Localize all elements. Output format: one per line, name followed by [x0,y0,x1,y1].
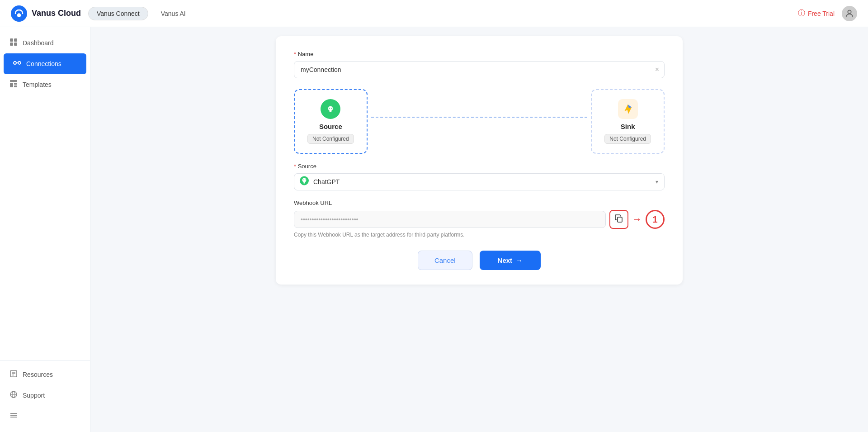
connector-row: Source Not Configured Sink Not C [294,89,665,154]
copy-button[interactable] [609,210,628,229]
vanus-ai-link[interactable]: Vanus AI [156,7,191,20]
source-not-configured-badge: Not Configured [307,134,354,144]
svg-rect-6 [14,43,17,46]
webhook-section: Webhook URL → 1 Copy this Webho [294,199,665,238]
sidebar-bottom: Resources Support [0,356,90,427]
source-box-icon [321,99,340,119]
free-trial-button[interactable]: ⓘ Free Trial [798,9,835,18]
sidebar-item-support[interactable]: Support [0,385,90,406]
hamburger-icon [9,411,18,421]
webhook-row: → 1 [294,210,665,229]
next-label: Next [498,256,513,264]
svg-point-7 [14,62,16,64]
sidebar-item-resources-label: Resources [23,371,53,378]
source-select[interactable]: ChatGPT [294,173,665,190]
svg-rect-13 [14,85,17,87]
layout: Dashboard Connections Templates Resource… [0,27,868,432]
name-input-wrap: × [294,61,665,78]
svg-rect-10 [10,80,17,82]
svg-rect-4 [14,38,17,42]
sink-box[interactable]: Sink Not Configured [591,89,665,154]
sidebar-item-connections[interactable]: Connections [4,53,86,74]
svg-point-8 [18,62,21,64]
svg-point-2 [848,10,851,13]
sidebar-item-resources[interactable]: Resources [0,364,90,385]
form-card: * Name × [276,36,683,285]
sidebar: Dashboard Connections Templates Resource… [0,27,90,432]
resources-icon [9,370,18,380]
svg-rect-30 [618,217,622,222]
user-avatar[interactable] [842,6,857,21]
logo-icon [11,5,27,22]
logo: Vanus Cloud [11,5,81,22]
main-content: * Name × [90,27,868,432]
sidebar-item-connections-label: Connections [26,60,61,67]
svg-point-26 [331,108,332,109]
svg-rect-5 [10,43,13,46]
source-box[interactable]: Source Not Configured [294,89,368,154]
sidebar-item-dashboard-label: Dashboard [23,39,54,47]
sink-box-label: Sink [604,123,651,130]
source-section: * Source ChatGPT ▾ [294,163,665,190]
name-section: * Name × [294,51,665,78]
vanus-connect-button[interactable]: Vanus Connect [88,7,148,20]
arrow-right-icon: → [632,214,642,225]
name-label: * Name [294,51,665,57]
svg-rect-3 [10,38,13,42]
next-button[interactable]: Next → [480,251,541,270]
user-icon [844,9,854,19]
top-navigation: Vanus Cloud Vanus Connect Vanus AI ⓘ Fre… [0,0,868,27]
sidebar-item-templates-label: Templates [23,81,52,88]
webhook-input[interactable] [294,211,606,228]
svg-rect-12 [14,83,17,85]
logo-text: Vanus Cloud [32,9,81,18]
svg-rect-11 [10,83,13,87]
step-1-circle: 1 [646,210,665,229]
source-box-label: Source [307,123,354,130]
sidebar-divider [0,360,90,361]
name-input[interactable] [294,61,665,78]
clear-input-icon[interactable]: × [655,66,659,74]
action-buttons: Cancel Next → [294,251,665,270]
sink-not-configured-badge: Not Configured [604,134,651,144]
sidebar-item-templates[interactable]: Templates [0,74,90,95]
sink-box-icon [618,99,638,119]
sidebar-item-menu[interactable] [0,406,90,427]
svg-point-25 [329,108,330,109]
info-icon: ⓘ [798,9,805,18]
source-select-wrap: ChatGPT ▾ [294,173,665,190]
templates-icon [9,80,18,90]
sidebar-item-support-label: Support [23,392,45,399]
source-label: * Source [294,163,665,170]
webhook-label: Webhook URL [294,199,665,206]
free-trial-label: Free Trial [808,10,835,17]
next-arrow-icon: → [516,256,523,264]
dashboard-icon [9,38,18,48]
webhook-hint: Copy this Webhook URL as the target addr… [294,232,665,238]
connector-line [371,117,588,118]
copy-icon [614,214,623,225]
cancel-button[interactable]: Cancel [418,251,472,270]
connections-icon [13,59,22,69]
sidebar-item-dashboard[interactable]: Dashboard [0,33,90,53]
support-icon [9,390,18,400]
